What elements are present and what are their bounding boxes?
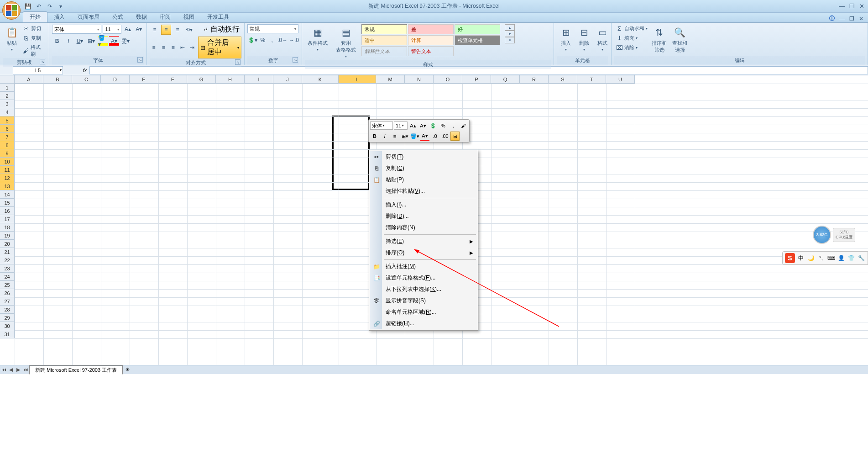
col-header-F[interactable]: F (158, 75, 187, 84)
office-button[interactable] (2, 1, 21, 20)
align-middle-icon[interactable]: ≡ (161, 25, 171, 35)
mini-shrink-icon[interactable]: A▾ (418, 121, 428, 130)
mini-font-combo[interactable]: 宋体▾ (370, 121, 393, 130)
tab-data[interactable]: 数据 (130, 12, 153, 22)
select-all-corner[interactable] (0, 75, 15, 84)
ctx-cut[interactable]: ✂剪切(T) (370, 151, 477, 163)
col-header-N[interactable]: N (405, 75, 434, 84)
style-good[interactable]: 好 (455, 24, 500, 34)
save-icon[interactable]: 💾 (24, 2, 32, 11)
ctx-dropdown-pick[interactable]: 从下拉列表中选择(K)... (370, 284, 477, 295)
currency-icon[interactable]: 💲▾ (247, 35, 257, 45)
mini-comma-icon[interactable]: , (449, 121, 458, 130)
row-header-16[interactable]: 16 (0, 207, 15, 215)
number-launcher[interactable]: ↘ (293, 57, 298, 63)
col-header-U[interactable]: U (606, 75, 635, 84)
col-header-O[interactable]: O (434, 75, 462, 84)
style-scroll-down[interactable]: ▾ (505, 31, 515, 37)
ime-user-icon[interactable]: 👤 (837, 254, 845, 262)
ctx-filter[interactable]: 筛选(E)▶ (370, 236, 477, 247)
font-size-combo[interactable]: 11▾ (103, 25, 121, 34)
font-color-button[interactable]: A▾ (109, 36, 119, 46)
percent-icon[interactable]: % (259, 35, 267, 45)
sheet-nav-first[interactable]: ⏮ (0, 367, 7, 373)
col-header-A[interactable]: A (15, 75, 43, 84)
col-header-E[interactable]: E (130, 75, 158, 84)
row-header-3[interactable]: 3 (0, 100, 15, 108)
indent-inc-icon[interactable]: ⇥ (188, 42, 196, 53)
row-header-19[interactable]: 19 (0, 232, 15, 240)
insert-cells-button[interactable]: ⊞插入▾ (557, 24, 575, 53)
clear-button[interactable]: ⌧清除▾ (614, 43, 649, 52)
tab-view[interactable]: 视图 (177, 12, 201, 22)
ime-tool-icon[interactable]: 🔧 (857, 254, 865, 262)
tab-formulas[interactable]: 公式 (106, 12, 130, 22)
close-button[interactable]: ✕ (859, 3, 864, 10)
style-warn[interactable]: 警告文本 (408, 46, 454, 56)
font-name-combo[interactable]: 宋体▾ (52, 25, 101, 34)
col-header-K[interactable]: K (302, 75, 339, 84)
col-header-T[interactable]: T (577, 75, 606, 84)
cell-styles-gallery[interactable]: 常规 差 好 适中 计算 检查单元格 解释性文本 警告文本 (361, 24, 500, 56)
clipboard-launcher[interactable]: ↘ (40, 59, 45, 64)
mini-painter-icon[interactable]: 🖌 (459, 121, 468, 130)
col-header-L[interactable]: L (339, 75, 376, 84)
align-center-icon[interactable]: ≡ (159, 42, 167, 53)
close-doc-icon[interactable]: ✕ (859, 16, 863, 22)
row-header-13[interactable]: 13 (0, 182, 15, 190)
sheet-nav-next[interactable]: ▶ (15, 367, 22, 373)
painter-button[interactable]: 🖌格式刷 (21, 43, 46, 58)
row-header-17[interactable]: 17 (0, 215, 15, 223)
row-header-20[interactable]: 20 (0, 240, 15, 248)
row-header-14[interactable]: 14 (0, 190, 15, 199)
col-header-D[interactable]: D (101, 75, 130, 84)
col-header-P[interactable]: P (462, 75, 491, 84)
italic-button[interactable]: I (63, 36, 73, 46)
ctx-clear[interactable]: 清除内容(N) (370, 222, 477, 233)
find-select-button[interactable]: 🔍查找和 选择 (669, 24, 690, 55)
fill-color-button[interactable]: 🪣▾ (98, 36, 108, 46)
mini-fontcolor-icon[interactable]: A▾ (420, 132, 429, 141)
orientation-icon[interactable]: ⟲▾ (184, 25, 194, 35)
phonetic-button[interactable]: 雯▾ (120, 36, 131, 46)
ime-skin-icon[interactable]: 👕 (847, 254, 855, 262)
cond-format-button[interactable]: ▦条件格式▾ (305, 24, 330, 53)
mini-fill-icon[interactable]: 🪣▾ (410, 132, 419, 141)
col-header-R[interactable]: R (520, 75, 549, 84)
format-cells-button[interactable]: ▭格式▾ (593, 24, 612, 53)
inc-decimal-icon[interactable]: .0→ (277, 35, 288, 45)
ime-moon-icon[interactable]: 🌙 (807, 254, 815, 262)
row-header-7[interactable]: 7 (0, 133, 15, 141)
col-header-G[interactable]: G (187, 75, 216, 84)
col-header-M[interactable]: M (376, 75, 405, 84)
mini-grow-icon[interactable]: A▴ (408, 121, 418, 130)
merge-center-button[interactable]: ⊟合并后居中▾ (198, 37, 241, 58)
row-header-6[interactable]: 6 (0, 125, 15, 133)
border-button[interactable]: ⊞▾ (86, 36, 96, 46)
maximize-button[interactable]: ❐ (849, 3, 855, 10)
restore-window-icon[interactable]: ❐ (849, 16, 854, 22)
wrap-text-button[interactable]: ⤶自动换行 (200, 24, 241, 35)
row-header-1[interactable]: 1 (0, 84, 15, 92)
row-header-31[interactable]: 31 (0, 330, 15, 338)
align-left-icon[interactable]: ≡ (150, 42, 158, 53)
row-header-12[interactable]: 12 (0, 174, 15, 182)
style-bad[interactable]: 差 (408, 24, 454, 34)
underline-button[interactable]: U▾ (75, 36, 85, 46)
row-header-11[interactable]: 11 (0, 166, 15, 174)
row-header-30[interactable]: 30 (0, 322, 15, 330)
qat-dropdown-icon[interactable]: ▾ (57, 2, 65, 11)
ctx-hyperlink[interactable]: 🔗超链接(H)... (370, 318, 477, 329)
ctx-delete[interactable]: 删除(D)... (370, 211, 477, 222)
mini-incdec-icon[interactable]: .0 (430, 132, 439, 141)
copy-button[interactable]: ⎘复制 (21, 34, 46, 42)
row-header-28[interactable]: 28 (0, 306, 15, 314)
ctx-paste[interactable]: 📋粘贴(P) (370, 174, 477, 185)
mini-percent-icon[interactable]: % (439, 121, 448, 130)
ime-logo-icon[interactable]: S (785, 253, 795, 263)
decrease-font-icon[interactable]: A▾ (134, 24, 144, 34)
align-bottom-icon[interactable]: ≡ (173, 25, 183, 35)
sort-filter-button[interactable]: ⇅排序和 筛选 (649, 24, 669, 55)
style-explain[interactable]: 解释性文本 (361, 46, 407, 56)
comma-icon[interactable]: , (268, 35, 277, 45)
